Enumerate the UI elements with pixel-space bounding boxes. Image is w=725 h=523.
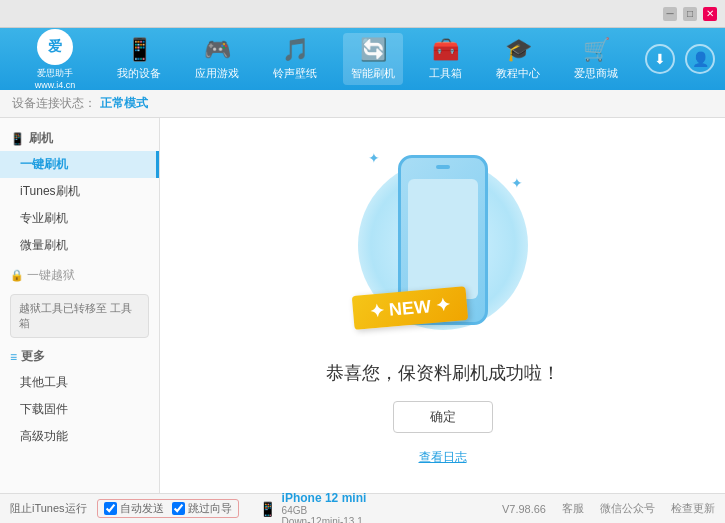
- toolbox-icon: 🧰: [432, 37, 459, 63]
- check-update-link[interactable]: 检查更新: [671, 501, 715, 516]
- customer-service-link[interactable]: 客服: [562, 501, 584, 516]
- flash-section-icon: 📱: [10, 132, 25, 146]
- wechat-link[interactable]: 微信公众号: [600, 501, 655, 516]
- auto-send-label: 自动发送: [120, 501, 164, 516]
- nav-smart-flash[interactable]: 🔄 智能刷机: [343, 33, 403, 85]
- bottom-left: 阻止iTunes运行 自动发送 跳过向导 📱 iPhone 12 mini 64…: [10, 491, 502, 524]
- advanced-label: 高级功能: [20, 429, 68, 443]
- sparkle-1: ✦: [368, 150, 380, 166]
- jailbreak-locked-note: 越狱工具已转移至 工具箱: [10, 294, 149, 338]
- my-device-icon: 📱: [126, 37, 153, 63]
- status-value: 正常模式: [100, 95, 148, 112]
- download-firmware-label: 下载固件: [20, 402, 68, 416]
- skip-wizard-label: 跳过向导: [188, 501, 232, 516]
- close-btn[interactable]: ✕: [703, 7, 717, 21]
- sidebar-item-one-click-flash[interactable]: 一键刷机: [0, 151, 159, 178]
- sidebar-item-save-flash[interactable]: 微量刷机: [0, 232, 159, 259]
- nav-toolbox-label: 工具箱: [429, 66, 462, 81]
- device-model: Down-12mini-13,1: [282, 516, 367, 524]
- device-details: iPhone 12 mini 64GB Down-12mini-13,1: [282, 491, 367, 524]
- status-label: 设备连接状态：: [12, 95, 96, 112]
- device-name: iPhone 12 mini: [282, 491, 367, 505]
- sidebar: 📱 刷机 一键刷机 iTunes刷机 专业刷机 微量刷机 🔒 一键越狱 越狱工具…: [0, 118, 160, 493]
- pro-flash-label: 专业刷机: [20, 211, 68, 225]
- phone-illustration: ✦ ✦ ✦ ✦ NEW ✦: [353, 145, 533, 345]
- nav-tutorials[interactable]: 🎓 教程中心: [488, 33, 548, 85]
- logo-symbol: 爱: [48, 38, 62, 56]
- itunes-flash-label: iTunes刷机: [20, 184, 80, 198]
- nav-toolbox[interactable]: 🧰 工具箱: [421, 33, 470, 85]
- nav-tutorials-label: 教程中心: [496, 66, 540, 81]
- nav-items: 📱 我的设备 🎮 应用游戏 🎵 铃声壁纸 🔄 智能刷机 🧰 工具箱 🎓 教程中心…: [100, 33, 635, 85]
- one-click-flash-label: 一键刷机: [20, 157, 68, 171]
- nav-right: ⬇ 👤: [645, 44, 715, 74]
- device-storage: 64GB: [282, 505, 367, 516]
- ringtones-icon: 🎵: [282, 37, 309, 63]
- status-bar: 设备连接状态： 正常模式: [0, 90, 725, 118]
- nav-mall-label: 爱思商城: [574, 66, 618, 81]
- sidebar-item-other-tools[interactable]: 其他工具: [0, 369, 159, 396]
- stop-itunes-button[interactable]: 阻止iTunes运行: [10, 501, 87, 516]
- history-link[interactable]: 查看日志: [419, 449, 467, 466]
- logo-line2: www.i4.cn: [35, 80, 76, 90]
- nav-my-device[interactable]: 📱 我的设备: [109, 33, 169, 85]
- account-btn[interactable]: 👤: [685, 44, 715, 74]
- nav-ringtones-label: 铃声壁纸: [273, 66, 317, 81]
- nav-mall[interactable]: 🛒 爱思商城: [566, 33, 626, 85]
- auto-send-input[interactable]: [104, 502, 117, 515]
- top-navigation: 爱 爱思助手 www.i4.cn 📱 我的设备 🎮 应用游戏 🎵 铃声壁纸 🔄 …: [0, 28, 725, 90]
- window-controls: ─ □ ✕: [663, 7, 717, 21]
- nav-apps-games-label: 应用游戏: [195, 66, 239, 81]
- phone-speaker: [436, 165, 450, 169]
- jailbreak-section-label: 一键越狱: [27, 267, 75, 284]
- main-area: 📱 刷机 一键刷机 iTunes刷机 专业刷机 微量刷机 🔒 一键越狱 越狱工具…: [0, 118, 725, 493]
- checkbox-group: 自动发送 跳过向导: [97, 499, 239, 518]
- jailbreak-note-text: 越狱工具已转移至 工具箱: [19, 302, 132, 329]
- success-message: 恭喜您，保资料刷机成功啦！: [326, 361, 560, 385]
- more-section-icon: ≡: [10, 350, 17, 364]
- content-area: ✦ ✦ ✦ ✦ NEW ✦ 恭喜您，保资料刷机成功啦！ 确定 查看日志: [160, 118, 725, 493]
- nav-my-device-label: 我的设备: [117, 66, 161, 81]
- skip-wizard-input[interactable]: [172, 502, 185, 515]
- sidebar-item-pro-flash[interactable]: 专业刷机: [0, 205, 159, 232]
- version-label: V7.98.66: [502, 503, 546, 515]
- other-tools-label: 其他工具: [20, 375, 68, 389]
- logo-line1: 爱思助手: [37, 67, 73, 80]
- sidebar-item-advanced[interactable]: 高级功能: [0, 423, 159, 450]
- sidebar-section-jailbreak: 🔒 一键越狱: [0, 263, 159, 288]
- maximize-btn[interactable]: □: [683, 7, 697, 21]
- more-section-label: 更多: [21, 348, 45, 365]
- auto-send-checkbox[interactable]: 自动发送: [104, 501, 164, 516]
- smart-flash-icon: 🔄: [360, 37, 387, 63]
- nav-smart-flash-label: 智能刷机: [351, 66, 395, 81]
- phone-screen: [408, 179, 478, 299]
- device-icon: 📱: [259, 501, 276, 517]
- minimize-btn[interactable]: ─: [663, 7, 677, 21]
- sidebar-section-more: ≡ 更多: [0, 344, 159, 369]
- tutorials-icon: 🎓: [505, 37, 532, 63]
- flash-section-label: 刷机: [29, 130, 53, 147]
- lock-icon: 🔒: [10, 269, 24, 282]
- sidebar-item-download-firmware[interactable]: 下载固件: [0, 396, 159, 423]
- sidebar-section-flash: 📱 刷机: [0, 126, 159, 151]
- nav-ringtones[interactable]: 🎵 铃声壁纸: [265, 33, 325, 85]
- apps-games-icon: 🎮: [204, 37, 231, 63]
- bottom-right: V7.98.66 客服 微信公众号 检查更新: [502, 501, 715, 516]
- sidebar-item-itunes-flash[interactable]: iTunes刷机: [0, 178, 159, 205]
- nav-apps-games[interactable]: 🎮 应用游戏: [187, 33, 247, 85]
- logo-circle: 爱: [37, 29, 73, 65]
- save-flash-label: 微量刷机: [20, 238, 68, 252]
- logo-area: 爱 爱思助手 www.i4.cn: [10, 29, 100, 90]
- success-panel: ✦ ✦ ✦ ✦ NEW ✦ 恭喜您，保资料刷机成功啦！ 确定 查看日志: [326, 145, 560, 466]
- confirm-button[interactable]: 确定: [393, 401, 493, 433]
- download-btn[interactable]: ⬇: [645, 44, 675, 74]
- skip-wizard-checkbox[interactable]: 跳过向导: [172, 501, 232, 516]
- titlebar: ─ □ ✕: [0, 0, 725, 28]
- device-info: 📱 iPhone 12 mini 64GB Down-12mini-13,1: [259, 491, 367, 524]
- bottom-bar: 阻止iTunes运行 自动发送 跳过向导 📱 iPhone 12 mini 64…: [0, 493, 725, 523]
- mall-icon: 🛒: [583, 37, 610, 63]
- sparkle-2: ✦: [511, 175, 523, 191]
- stop-itunes-label: 阻止iTunes运行: [10, 501, 87, 516]
